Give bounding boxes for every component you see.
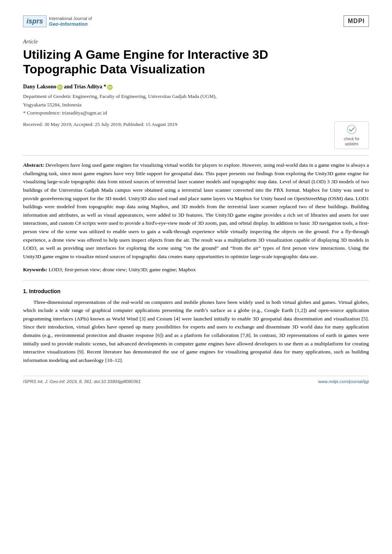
abstract-divider bbox=[23, 155, 369, 156]
affiliation-line1: Department of Geodetic Engineering, Facu… bbox=[23, 93, 369, 100]
check-updates-badge: check for updates bbox=[334, 121, 369, 149]
check-updates-icon bbox=[345, 124, 359, 135]
introduction-body: Three-dimensional representations of the… bbox=[23, 298, 369, 365]
correspondence-label: * Correspondence: bbox=[23, 110, 61, 116]
svg-point-0 bbox=[347, 125, 356, 134]
mdpi-logo: MDPI bbox=[344, 15, 369, 27]
correspondence-line: * Correspondence: triasaditya@ugm.ac.id bbox=[23, 110, 369, 116]
author-1-name: Dany Laksono bbox=[23, 84, 56, 90]
isprs-logo: isprs International Journal of Geo-Infor… bbox=[23, 15, 92, 27]
check-updates-text: check for updates bbox=[344, 136, 360, 146]
dates-row: Received: 30 May 2019; Accepted: 25 July… bbox=[23, 121, 369, 149]
intro-paragraph-1: Three-dimensional representations of the… bbox=[23, 298, 369, 365]
journal-name-block: International Journal of Geo-Information bbox=[49, 16, 92, 27]
author-2-name: and Trias Aditya * bbox=[64, 84, 106, 90]
introduction-heading: 1. Introduction bbox=[23, 288, 369, 294]
intro-divider bbox=[23, 280, 369, 280]
article-title: Utilizing A Game Engine for Interactive … bbox=[23, 47, 369, 77]
keywords-section: Keywords: LOD3; first-person view; drone… bbox=[23, 266, 369, 274]
keywords-label: Keywords: bbox=[23, 267, 47, 272]
affiliation-line2: Yogyakarta 55284, Indonesia bbox=[23, 101, 369, 108]
orcid-icon-1: iD bbox=[57, 85, 63, 90]
orcid-icon-2: iD bbox=[107, 85, 113, 90]
isprs-logo-box: isprs bbox=[23, 15, 47, 27]
abstract-paragraph: Abstract: Developers have long used game… bbox=[23, 161, 369, 260]
footer-url: www.mdpi.com/journal/ijgi bbox=[318, 379, 369, 384]
journal-line1: International Journal of bbox=[49, 16, 92, 21]
footer-doi: ISPRS Int. J. Geo-Inf. 2019, 8, 361; doi… bbox=[23, 379, 141, 384]
publication-dates: Received: 30 May 2019; Accepted: 25 July… bbox=[23, 121, 177, 128]
keywords-text: LOD3; first-person view; drone view; Uni… bbox=[48, 267, 196, 272]
page-header: isprs International Journal of Geo-Infor… bbox=[23, 15, 369, 31]
correspondence-email: triasaditya@ugm.ac.id bbox=[62, 110, 107, 116]
authors-line: Dany LaksonoiD and Trias Aditya *iD bbox=[23, 84, 369, 90]
journal-line2: Geo-Information bbox=[49, 21, 92, 27]
page-footer: ISPRS Int. J. Geo-Inf. 2019, 8, 361; doi… bbox=[23, 376, 369, 384]
abstract-label: Abstract: bbox=[23, 162, 44, 168]
article-type-label: Article bbox=[23, 39, 369, 45]
abstract-text: Developers have long used game engines f… bbox=[23, 162, 369, 259]
abstract-section: Abstract: Developers have long used game… bbox=[23, 161, 369, 260]
journal-branding: isprs International Journal of Geo-Infor… bbox=[23, 15, 92, 27]
